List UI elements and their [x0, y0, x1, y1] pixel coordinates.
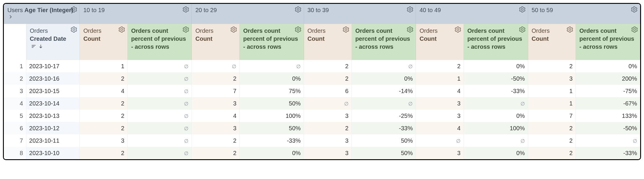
pct-column-header[interactable]: Orders count percent of previous - acros…: [464, 24, 528, 60]
pct-cell[interactable]: 0%: [352, 72, 416, 85]
pct-cell[interactable]: 0%: [576, 60, 640, 72]
chevron-right-icon[interactable]: [8, 14, 13, 21]
pct-cell[interactable]: -50%: [464, 72, 528, 85]
pct-column-header[interactable]: Orders count percent of previous - acros…: [127, 24, 192, 60]
gear-icon-bucket-3[interactable]: [519, 6, 526, 13]
gear-icon-pct-2[interactable]: [407, 26, 413, 33]
pct-cell[interactable]: 50%: [240, 97, 304, 110]
count-cell[interactable]: 4: [80, 85, 128, 97]
sort-bars-icon[interactable]: [31, 43, 36, 51]
count-cell[interactable]: 4: [416, 85, 464, 97]
pct-cell[interactable]: -33%: [352, 122, 416, 134]
date-cell[interactable]: 2023-10-14: [26, 97, 79, 110]
gear-icon-bucket-1[interactable]: [295, 6, 301, 13]
pct-cell[interactable]: 100%: [464, 122, 528, 134]
pct-cell[interactable]: -75%: [576, 85, 640, 97]
date-cell[interactable]: 2023-10-16: [26, 72, 79, 85]
count-column-header[interactable]: OrdersCount: [80, 24, 128, 60]
count-cell[interactable]: 6: [304, 85, 352, 97]
count-cell[interactable]: 2: [192, 147, 240, 159]
pct-cell[interactable]: -33%: [240, 134, 304, 147]
count-cell[interactable]: 2: [528, 60, 576, 72]
pct-cell[interactable]: ∅: [464, 134, 528, 147]
count-cell[interactable]: 3: [304, 110, 352, 122]
count-cell[interactable]: 1: [528, 85, 576, 97]
date-cell[interactable]: 2023-10-17: [26, 60, 79, 72]
gear-icon-pct-3[interactable]: [519, 26, 526, 33]
date-column-header[interactable]: OrdersCreated Date: [26, 24, 79, 60]
gear-icon-pivot-dim[interactable]: [71, 6, 77, 13]
date-cell[interactable]: 2023-10-10: [26, 147, 79, 159]
count-cell[interactable]: 2: [80, 122, 128, 134]
pivot-bucket-header[interactable]: 50 to 59: [528, 4, 640, 24]
count-cell[interactable]: 2: [192, 72, 240, 85]
date-cell[interactable]: 2023-10-13: [26, 110, 79, 122]
pct-cell[interactable]: 50%: [352, 134, 416, 147]
pct-cell[interactable]: 0%: [464, 147, 528, 159]
pivot-bucket-header[interactable]: 20 to 29: [192, 4, 304, 24]
count-cell[interactable]: 2: [192, 134, 240, 147]
pct-cell[interactable]: 133%: [576, 110, 640, 122]
count-cell[interactable]: 2: [528, 122, 576, 134]
count-cell[interactable]: 4: [192, 110, 240, 122]
gear-icon-bucket-4[interactable]: [631, 6, 638, 13]
count-cell[interactable]: ∅: [192, 60, 240, 72]
count-cell[interactable]: 2: [304, 72, 352, 85]
pct-cell[interactable]: ∅: [127, 60, 192, 72]
count-cell[interactable]: 3: [416, 97, 464, 110]
count-cell[interactable]: 1: [528, 97, 576, 110]
arrow-down-icon[interactable]: [38, 43, 43, 51]
gear-icon-pct-1[interactable]: [295, 26, 301, 33]
pct-cell[interactable]: ∅: [127, 85, 192, 97]
pct-cell[interactable]: ∅: [127, 134, 192, 147]
pct-cell[interactable]: -14%: [352, 85, 416, 97]
gear-icon-date[interactable]: [71, 26, 77, 33]
pivot-bucket-header[interactable]: 10 to 19: [80, 4, 192, 24]
pct-cell[interactable]: -67%: [576, 97, 640, 110]
pivot-bucket-header[interactable]: 40 to 49: [416, 4, 528, 24]
pct-cell[interactable]: ∅: [127, 110, 192, 122]
pct-cell[interactable]: -33%: [464, 85, 528, 97]
pct-cell[interactable]: ∅: [352, 97, 416, 110]
pivot-dimension-header[interactable]: Users Age Tier (Integer): [4, 4, 80, 24]
pct-cell[interactable]: ∅: [240, 60, 304, 72]
pct-cell[interactable]: -33%: [576, 147, 640, 159]
pct-cell[interactable]: -50%: [576, 122, 640, 134]
date-cell[interactable]: 2023-10-12: [26, 122, 79, 134]
count-cell[interactable]: 3: [304, 147, 352, 159]
gear-icon-count-3[interactable]: [455, 26, 461, 33]
gear-icon-bucket-2[interactable]: [407, 6, 413, 13]
pct-cell[interactable]: 0%: [464, 110, 528, 122]
pct-column-header[interactable]: Orders count percent of previous - acros…: [576, 24, 640, 60]
pct-column-header[interactable]: Orders count percent of previous - acros…: [240, 24, 304, 60]
count-cell[interactable]: 7: [192, 85, 240, 97]
pct-cell[interactable]: -25%: [352, 110, 416, 122]
count-cell[interactable]: 3: [416, 110, 464, 122]
gear-icon-bucket-0[interactable]: [183, 6, 189, 13]
count-column-header[interactable]: OrdersCount: [528, 24, 576, 60]
pct-cell[interactable]: ∅: [576, 134, 640, 147]
gear-icon-pct-0[interactable]: [183, 26, 189, 33]
count-cell[interactable]: 3: [304, 134, 352, 147]
pct-cell[interactable]: 0%: [240, 147, 304, 159]
pct-cell[interactable]: 75%: [240, 85, 304, 97]
count-cell[interactable]: 4: [416, 122, 464, 134]
count-cell[interactable]: 3: [416, 147, 464, 159]
pct-cell[interactable]: ∅: [127, 97, 192, 110]
count-cell[interactable]: 2: [80, 147, 128, 159]
count-cell[interactable]: 3: [528, 72, 576, 85]
count-column-header[interactable]: OrdersCount: [192, 24, 240, 60]
count-cell[interactable]: 2: [80, 97, 128, 110]
count-cell[interactable]: 2: [80, 110, 128, 122]
count-cell[interactable]: ∅: [304, 97, 352, 110]
pct-cell[interactable]: 50%: [352, 147, 416, 159]
count-cell[interactable]: 2: [416, 60, 464, 72]
count-cell[interactable]: 2: [304, 122, 352, 134]
pct-cell[interactable]: ∅: [464, 97, 528, 110]
count-cell[interactable]: 7: [528, 110, 576, 122]
pct-cell[interactable]: 200%: [576, 72, 640, 85]
gear-icon-count-0[interactable]: [118, 26, 125, 33]
gear-icon-pct-4[interactable]: [631, 26, 638, 33]
count-cell[interactable]: 1: [416, 72, 464, 85]
pct-cell[interactable]: 0%: [464, 60, 528, 72]
